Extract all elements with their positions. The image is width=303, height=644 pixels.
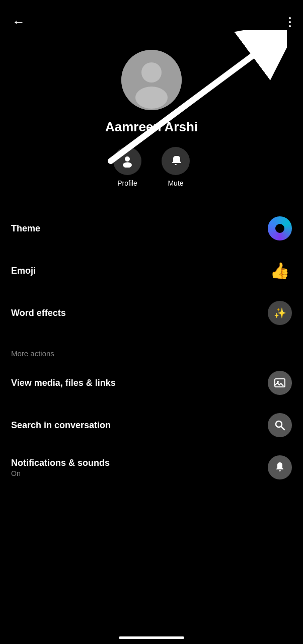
emoji-item-left: Emoji — [11, 266, 36, 276]
profile-section: Aamreen Arshi Profile Mute — [0, 40, 303, 202]
theme-menu-item[interactable]: Theme — [0, 207, 303, 250]
search-conv-left: Search in conversation — [11, 420, 111, 431]
word-effects-title: Word effects — [11, 308, 66, 318]
search-conv-icon — [268, 413, 292, 437]
top-bar: ← — [0, 0, 303, 40]
menu-section: Theme Emoji 👍 Word effects ✨ — [0, 202, 303, 339]
mute-btn-circle — [162, 147, 190, 175]
more-dots-icon — [289, 17, 291, 27]
emoji-icon: 👍 — [268, 259, 292, 283]
search-conv-menu-item[interactable]: Search in conversation — [0, 404, 303, 446]
profile-btn-circle — [113, 147, 141, 175]
profile-button[interactable]: Profile — [113, 147, 141, 187]
avatar — [121, 50, 182, 110]
notifications-subtitle: On — [11, 469, 110, 477]
emoji-menu-item[interactable]: Emoji 👍 — [0, 250, 303, 292]
svg-point-1 — [141, 62, 162, 83]
notifications-title: Notifications & sounds — [11, 458, 110, 468]
emoji-title: Emoji — [11, 266, 36, 276]
action-buttons: Profile Mute — [113, 147, 190, 187]
view-media-title: View media, files & links — [11, 378, 116, 388]
view-media-left: View media, files & links — [11, 378, 116, 388]
theme-item-left: Theme — [11, 223, 40, 234]
home-indicator — [119, 636, 184, 639]
view-media-menu-item[interactable]: View media, files & links — [0, 362, 303, 404]
word-effects-item-left: Word effects — [11, 308, 66, 318]
theme-title: Theme — [11, 223, 40, 234]
mute-btn-label: Mute — [168, 179, 183, 187]
mute-button[interactable]: Mute — [162, 147, 190, 187]
svg-point-2 — [135, 87, 168, 109]
effects-icon: ✨ — [268, 301, 292, 325]
notif-icon — [268, 455, 292, 479]
svg-line-8 — [281, 427, 284, 430]
search-conv-title: Search in conversation — [11, 420, 111, 431]
more-actions-label: More actions — [0, 344, 303, 362]
theme-icon — [268, 216, 292, 240]
media-icon — [268, 371, 292, 395]
user-name: Aamreen Arshi — [105, 119, 198, 135]
more-button[interactable] — [287, 15, 293, 29]
back-button[interactable]: ← — [10, 12, 27, 32]
svg-point-4 — [123, 163, 132, 168]
notifications-menu-item[interactable]: Notifications & sounds On — [0, 446, 303, 489]
more-actions-section: More actions View media, files & links S… — [0, 339, 303, 494]
word-effects-menu-item[interactable]: Word effects ✨ — [0, 292, 303, 334]
notifications-left: Notifications & sounds On — [11, 458, 110, 477]
svg-point-3 — [125, 156, 130, 162]
profile-btn-label: Profile — [117, 179, 137, 187]
